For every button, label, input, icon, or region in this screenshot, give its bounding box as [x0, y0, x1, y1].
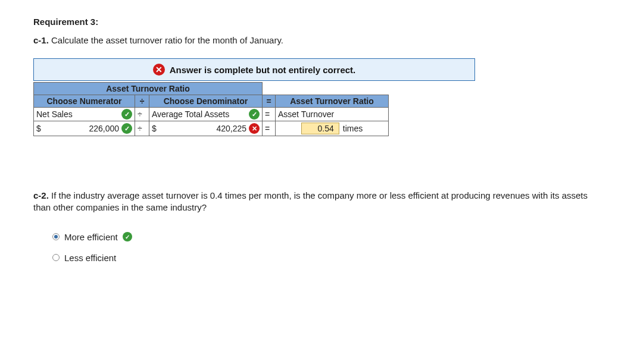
hdr-denominator: Choose Denominator	[149, 95, 263, 108]
c2-options: More efficient ✓ Less efficient	[52, 232, 604, 263]
hdr-result: Asset Turnover Ratio	[276, 95, 389, 108]
status-text: Answer is complete but not entirely corr…	[170, 65, 356, 75]
radio-icon	[52, 254, 60, 261]
op-equals: =	[263, 121, 276, 136]
check-icon: ✓	[123, 232, 132, 241]
option-label: Less efficient	[64, 253, 116, 263]
table-row: $ 226,000 ✓ ÷ $ 420,225 ✕ = 0.54 times	[34, 121, 389, 136]
op-equals: =	[263, 108, 276, 121]
check-icon: ✓	[249, 109, 260, 120]
option-less-efficient[interactable]: Less efficient	[52, 253, 604, 263]
c1-text: Calculate the asset turnover ratio for t…	[51, 35, 283, 45]
denominator-desc-cell[interactable]: Average Total Assets ✓	[149, 108, 263, 121]
c1-prompt: c-1. Calculate the asset turnover ratio …	[33, 35, 604, 45]
op-divide: ÷	[135, 121, 149, 136]
denominator-val-cell[interactable]: $ 420,225 ✕	[149, 121, 263, 136]
numerator-val-cell[interactable]: $ 226,000 ✓	[34, 121, 135, 136]
table-row: Net Sales ✓ ÷ Average Total Assets ✓ = A…	[34, 108, 389, 121]
denominator-value: 420,225	[159, 124, 246, 133]
result-value: 0.54	[301, 123, 339, 134]
asset-turnover-table: Asset Turnover Ratio Choose Numerator ÷ …	[33, 82, 389, 136]
option-label: More efficient	[64, 232, 118, 242]
radio-icon	[52, 233, 60, 240]
c1-label: c-1.	[33, 35, 49, 45]
check-icon: ✓	[121, 123, 132, 134]
c2-prompt: c-2. If the industry average asset turno…	[33, 190, 604, 214]
numerator-desc: Net Sales	[36, 109, 73, 119]
requirement-heading: Requirement 3:	[33, 17, 604, 27]
result-val-cell: 0.54 times	[276, 121, 389, 136]
currency-symbol: $	[152, 124, 157, 133]
op-divide: ÷	[135, 108, 149, 121]
denominator-desc: Average Total Assets	[152, 109, 229, 119]
result-desc: Asset Turnover	[276, 108, 389, 121]
hdr-numerator: Choose Numerator	[34, 95, 135, 108]
x-icon: ✕	[249, 123, 260, 134]
hdr-equals: =	[263, 95, 276, 108]
c2-label: c-2.	[33, 190, 49, 200]
c2-text: If the industry average asset turnover i…	[33, 190, 588, 212]
hdr-divide: ÷	[135, 95, 149, 108]
table-title: Asset Turnover Ratio	[34, 83, 263, 95]
currency-symbol: $	[36, 124, 41, 133]
check-icon: ✓	[121, 109, 132, 120]
numerator-value: 226,000	[43, 124, 119, 133]
numerator-desc-cell[interactable]: Net Sales ✓	[34, 108, 135, 121]
status-banner: ✕ Answer is complete but not entirely co…	[33, 58, 475, 81]
option-more-efficient[interactable]: More efficient ✓	[52, 232, 604, 242]
result-unit: times	[343, 124, 363, 133]
x-icon: ✕	[153, 64, 165, 76]
